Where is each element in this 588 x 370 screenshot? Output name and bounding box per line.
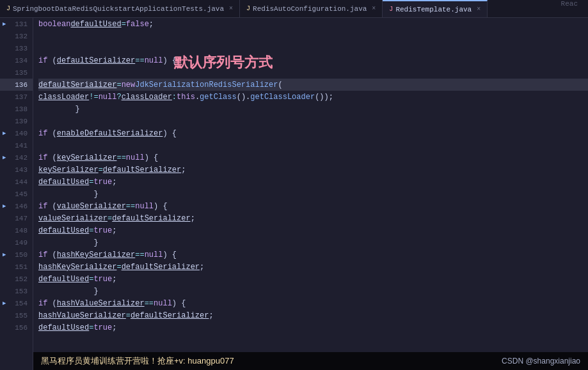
line-number-150: 150▶ <box>0 249 33 261</box>
line-number-132: 132 <box>0 30 33 42</box>
line-number-134: 134 <box>0 54 33 66</box>
close-icon-template[interactable]: × <box>477 6 481 13</box>
line-number-131: 131▶ <box>0 18 33 30</box>
code-line-146: if (valueSerializer == null) { <box>38 200 588 212</box>
line-number-140: 140▶ <box>0 127 33 139</box>
line-number-143: 143 <box>0 164 33 176</box>
java-icon-autoconfig: J <box>246 5 250 12</box>
watermark-right: CSDN @shangxianjiao <box>502 357 580 366</box>
code-line-144: defaultUsed = true; <box>38 176 588 188</box>
code-line-154: if (hashValueSerializer == null) { <box>38 297 588 309</box>
editor-area: 131▶132133134135136137138139140▶141142▶1… <box>0 18 588 370</box>
line-number-145: 145 <box>0 188 33 200</box>
code-line-139 <box>38 115 588 127</box>
java-icon-template: J <box>389 6 393 13</box>
code-line-135 <box>38 66 588 79</box>
line-number-141: 141 <box>0 139 33 151</box>
line-number-153: 153 <box>0 285 33 297</box>
line-number-133: 133 <box>0 42 33 54</box>
tab-autoconfig[interactable]: J RedisAutoConfiguration.java × <box>240 0 383 18</box>
code-line-137: classLoader != null ? classLoader : this… <box>38 91 588 103</box>
tab-tests-label: SpringbootDataRedisQuickstartApplication… <box>13 5 224 13</box>
line-number-156: 156 <box>0 321 33 334</box>
code-line-150: if (hashKeySerializer == null) { <box>38 249 588 261</box>
react-label: Reac <box>561 0 578 8</box>
line-number-137: 137 <box>0 91 33 103</box>
line-number-155: 155 <box>0 309 33 321</box>
line-number-139: 139 <box>0 115 33 127</box>
watermark-left: 黑马程序员黄埔训练营开营啦！抢座+v: huangpu077 <box>41 355 234 367</box>
code-line-143: keySerializer = defaultSerializer; <box>38 164 588 176</box>
code-line-151: hashKeySerializer = defaultSerializer; <box>38 261 588 273</box>
line-number-148: 148 <box>0 224 33 236</box>
line-number-138: 138 <box>0 103 33 115</box>
code-line-141 <box>38 139 588 151</box>
java-icon-tests: J <box>6 5 10 12</box>
line-number-144: 144 <box>0 176 33 188</box>
tab-autoconfig-label: RedisAutoConfiguration.java <box>253 5 367 13</box>
watermark: 黑马程序员黄埔训练营开营啦！抢座+v: huangpu077 CSDN @sha… <box>33 352 588 370</box>
code-line-142: if (keySerializer == null) { <box>38 151 588 164</box>
code-line-155: hashValueSerializer = defaultSerializer; <box>38 309 588 321</box>
tab-template-label: RedisTemplate.java <box>395 6 472 13</box>
code-line-156: defaultUsed = true; <box>38 321 588 334</box>
code-line-140: if (enableDefaultSerializer) { <box>38 127 588 139</box>
code-line-152: defaultUsed = true; <box>38 273 588 285</box>
code-line-131: boolean defaultUsed = false; <box>38 18 588 30</box>
code-line-134: if (defaultSerializer == null) { <box>38 54 588 66</box>
tab-bar: J SpringbootDataRedisQuickstartApplicati… <box>0 0 588 18</box>
tab-template[interactable]: J RedisTemplate.java × <box>383 0 488 18</box>
code-line-153: } <box>38 285 588 297</box>
code-area[interactable]: boolean defaultUsed = false; if (default… <box>33 18 588 370</box>
line-number-152: 152 <box>0 273 33 285</box>
code-line-136: defaultSerializer = new JdkSerialization… <box>38 79 588 91</box>
line-number-151: 151 <box>0 261 33 273</box>
close-icon-autoconfig[interactable]: × <box>372 5 376 12</box>
code-line-147: valueSerializer = defaultSerializer; <box>38 212 588 224</box>
code-line-145: } <box>38 188 588 200</box>
code-line-149: } <box>38 236 588 249</box>
line-number-136: 136 <box>0 79 33 91</box>
line-number-149: 149 <box>0 236 33 249</box>
code-lines: boolean defaultUsed = false; if (default… <box>33 18 588 334</box>
line-number-154: 154▶ <box>0 297 33 309</box>
code-line-138: } <box>38 103 588 115</box>
line-number-146: 146▶ <box>0 200 33 212</box>
line-gutter: 131▶132133134135136137138139140▶141142▶1… <box>0 18 33 370</box>
line-number-135: 135 <box>0 66 33 79</box>
line-number-142: 142▶ <box>0 151 33 164</box>
code-line-133 <box>38 42 588 54</box>
line-number-147: 147 <box>0 212 33 224</box>
code-line-148: defaultUsed = true; <box>38 224 588 236</box>
close-icon-tests[interactable]: × <box>229 5 233 12</box>
code-line-132 <box>38 30 588 42</box>
tab-tests[interactable]: J SpringbootDataRedisQuickstartApplicati… <box>0 0 240 18</box>
